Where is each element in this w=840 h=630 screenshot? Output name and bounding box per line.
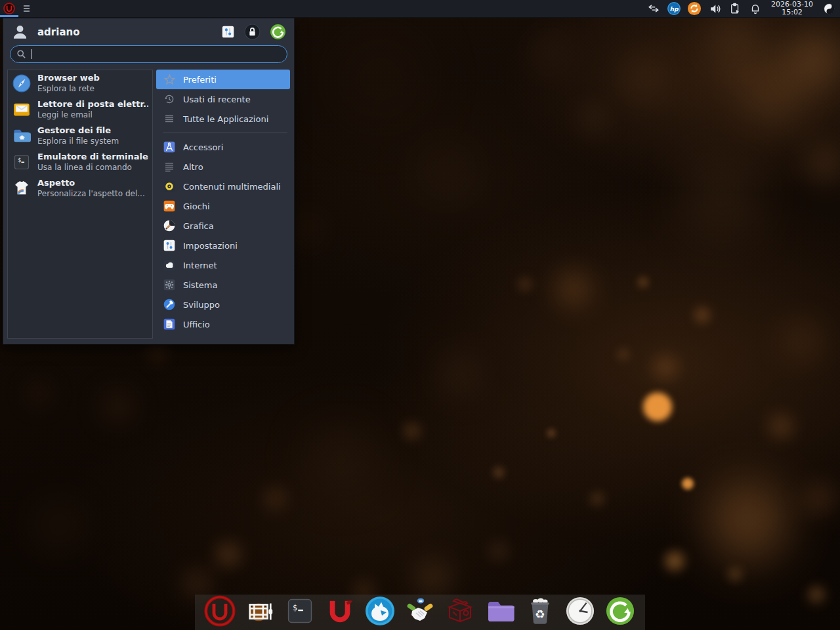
history-icon — [163, 93, 176, 106]
category-altro[interactable]: Altro — [156, 157, 290, 177]
multimedia-icon — [163, 180, 176, 193]
toolbox-icon[interactable] — [444, 595, 476, 627]
file-manager-folder-icon[interactable] — [484, 595, 516, 627]
hamburger-icon[interactable] — [24, 5, 30, 12]
category-label: Contenuti multimediali — [183, 182, 281, 192]
mail-reader-icon — [12, 100, 32, 119]
development-icon — [163, 298, 176, 311]
item-title: Browser web — [37, 73, 100, 83]
category-accessori[interactable]: Accessori — [156, 137, 290, 157]
svg-text:$: $ — [18, 157, 21, 163]
search-icon — [16, 49, 26, 59]
red-u-app-icon[interactable] — [324, 595, 356, 627]
category-internet[interactable]: Internet — [156, 255, 290, 275]
category-sistema[interactable]: Sistema — [156, 275, 290, 295]
category-label: Impostazioni — [183, 241, 238, 251]
trash-icon[interactable]: ♻ — [524, 595, 556, 627]
category-label: Sviluppo — [183, 300, 220, 310]
clipboard-icon[interactable] — [728, 1, 742, 16]
terminal-icon: $ — [12, 152, 32, 172]
games-icon — [163, 200, 176, 213]
logout-icon[interactable] — [270, 24, 286, 40]
item-subtitle: Leggi le email — [37, 110, 148, 120]
notifications-bell-icon[interactable] — [748, 1, 763, 16]
input-method-yinyang-icon[interactable] — [822, 1, 836, 16]
category-sviluppo[interactable]: Sviluppo — [156, 295, 290, 314]
swap-arrows-icon[interactable] — [646, 1, 661, 16]
svg-text:hp: hp — [670, 5, 680, 12]
internet-icon — [163, 259, 176, 272]
list-icon — [163, 112, 176, 125]
svg-text:$: $ — [293, 603, 297, 612]
office-icon — [163, 318, 176, 331]
file-manager-icon — [12, 126, 32, 146]
category-label: Tutte le Applicazioni — [183, 114, 268, 124]
panel-clock[interactable]: 2026-03-10 15:02 — [768, 1, 816, 16]
item-subtitle: Personalizza l'aspetto del... — [37, 189, 145, 199]
category-label: Giochi — [183, 201, 210, 211]
category-giochi[interactable]: Giochi — [156, 196, 290, 216]
applications-menu-button[interactable] — [0, 0, 18, 17]
item-title: Lettore di posta elettr... — [37, 99, 148, 110]
category-label: Ufficio — [183, 320, 210, 329]
category-impostazioni[interactable]: Impostazioni — [156, 236, 290, 255]
category-label: Usati di recente — [183, 94, 251, 104]
menu-item-browser-web[interactable]: Browser web Esplora la rete — [8, 70, 152, 96]
handshake-app-icon[interactable] — [404, 595, 436, 627]
system-tray: hp — [646, 0, 840, 17]
item-subtitle: Esplora la rete — [37, 84, 100, 94]
username: adriano — [37, 26, 80, 38]
item-title: Emulatore di terminale — [37, 152, 148, 162]
other-icon — [163, 160, 176, 173]
settings-icon — [163, 239, 176, 252]
category-list: Preferiti Usati di recente — [156, 70, 290, 339]
category-contenuti-multimediali[interactable]: Contenuti multimediali — [156, 177, 290, 196]
appearance-icon — [12, 178, 32, 198]
category-separator — [163, 133, 287, 133]
menu-header: adriano — [3, 18, 294, 44]
category-label: Altro — [183, 162, 203, 172]
settings-shortcut-icon[interactable] — [221, 25, 235, 39]
system-icon — [163, 278, 176, 291]
item-subtitle: Esplora il file system — [37, 136, 119, 146]
text-caret — [31, 49, 32, 59]
item-subtitle: Usa la linea di comando — [37, 163, 148, 173]
ufficiozero-logo-icon — [3, 2, 16, 15]
item-title: Gestore dei file — [37, 125, 119, 136]
active-indicator — [0, 15, 18, 17]
terminal-icon[interactable]: $ — [284, 595, 316, 627]
librewolf-browser-icon[interactable] — [364, 595, 396, 627]
category-label: Grafica — [183, 221, 214, 231]
top-panel: hp — [0, 0, 840, 18]
graphics-icon — [163, 219, 176, 232]
category-usati-di-recente[interactable]: Usati di recente — [156, 89, 290, 109]
category-label: Internet — [183, 261, 217, 270]
logout-icon[interactable] — [604, 595, 636, 627]
favorites-list: Browser web Esplora la rete Lettore di p… — [7, 70, 153, 339]
hp-device-icon[interactable]: hp — [667, 1, 681, 16]
category-grafica[interactable]: Grafica — [156, 216, 290, 236]
menu-item-appearance[interactable]: Aspetto Personalizza l'aspetto del... — [8, 175, 152, 201]
menu-item-terminal[interactable]: $ Emulatore di terminale Usa la linea di… — [8, 149, 152, 175]
category-ufficio[interactable]: Ufficio — [156, 314, 290, 334]
dock: $ — [195, 595, 645, 630]
panel-clock-time: 15:02 — [771, 9, 813, 16]
menu-item-file-manager[interactable]: Gestore dei file Esplora il file system — [8, 123, 152, 149]
search-input[interactable] — [10, 45, 287, 63]
star-icon — [163, 73, 176, 86]
video-editor-icon[interactable] — [244, 595, 276, 627]
web-browser-icon — [12, 74, 32, 93]
category-preferiti[interactable]: Preferiti — [156, 70, 290, 89]
volume-icon[interactable] — [707, 1, 722, 16]
applications-menu-popup: adriano — [3, 18, 295, 345]
updates-icon[interactable] — [687, 1, 702, 16]
svg-text:♻: ♻ — [535, 608, 545, 621]
ufficiozero-logo-icon[interactable] — [204, 595, 236, 627]
lock-screen-icon[interactable] — [244, 24, 261, 40]
category-tutte-le-applicazioni[interactable]: Tutte le Applicazioni — [156, 109, 290, 129]
user-avatar — [11, 23, 29, 41]
menu-item-mail-reader[interactable]: Lettore di posta elettr... Leggi le emai… — [8, 96, 152, 123]
category-label: Preferiti — [183, 75, 217, 85]
clock-icon[interactable] — [564, 595, 596, 627]
category-label: Sistema — [183, 280, 217, 290]
